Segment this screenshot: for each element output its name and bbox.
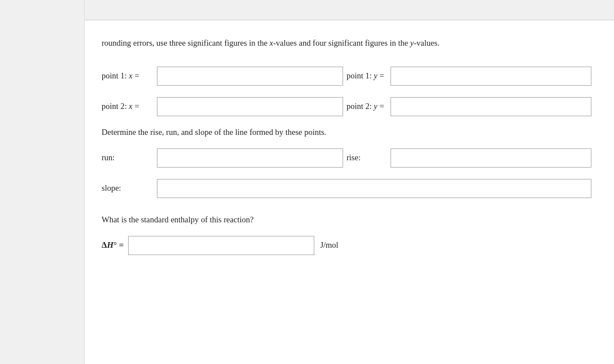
enthalpy-label: ΔH° = — [102, 240, 124, 250]
point1-x-input[interactable] — [157, 67, 343, 86]
point2-row: point 2: x = point 2: y = — [102, 97, 591, 116]
point2-y-label: point 2: y = — [347, 102, 386, 111]
run-rise-row: run: rise: — [102, 148, 591, 168]
intro-text: rounding errors, use three significant f… — [102, 37, 591, 50]
point2-y-input[interactable] — [391, 97, 591, 116]
point1-x-label: point 1: x = — [102, 71, 152, 81]
slope-label: slope: — [102, 183, 152, 193]
enthalpy-unit: J/mol — [320, 240, 338, 250]
run-group: run: — [102, 148, 347, 168]
run-label: run: — [102, 153, 152, 163]
sidebar — [0, 0, 85, 364]
point2-x-input[interactable] — [157, 97, 343, 116]
run-input[interactable] — [157, 148, 343, 168]
slope-section-description: Determine the rise, run, and slope of th… — [102, 128, 591, 137]
point2-x-group: point 2: x = — [102, 97, 347, 116]
rise-input[interactable] — [391, 148, 591, 168]
point1-y-label: point 1: y = — [347, 71, 386, 81]
point1-y-input[interactable] — [391, 67, 591, 86]
slope-row: slope: — [102, 179, 591, 198]
point2-x-label: point 2: x = — [102, 102, 152, 111]
main-content: rounding errors, use three significant f… — [85, 20, 614, 364]
point1-y-group: point 1: y = — [347, 67, 591, 86]
rise-group: rise: — [347, 148, 591, 168]
header-bar: Question 5 of 10 > — [0, 0, 614, 20]
point1-x-group: point 1: x = — [102, 67, 347, 86]
enthalpy-input[interactable] — [128, 236, 314, 255]
slope-input[interactable] — [157, 179, 591, 198]
point2-y-group: point 2: y = — [347, 97, 591, 116]
rise-label: rise: — [347, 153, 386, 163]
point1-row: point 1: x = point 1: y = — [102, 67, 591, 86]
enthalpy-row: ΔH° = J/mol — [102, 236, 591, 255]
enthalpy-question: What is the standard enthalpy of this re… — [102, 215, 591, 225]
